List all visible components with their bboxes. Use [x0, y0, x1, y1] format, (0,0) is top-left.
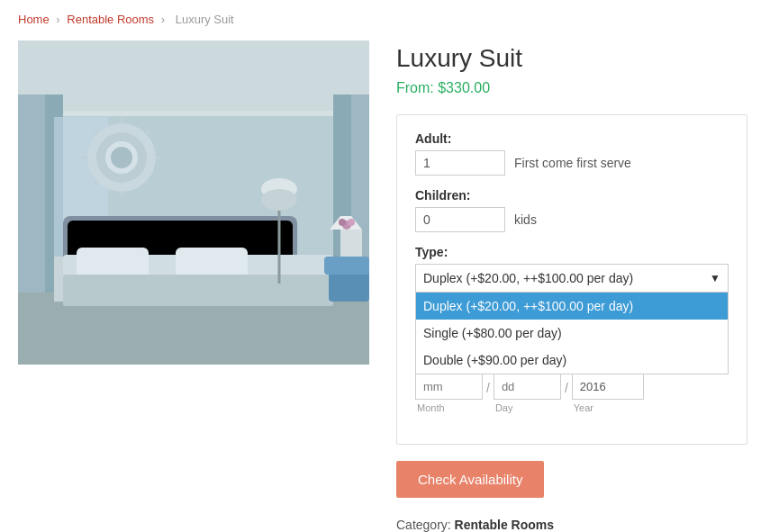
- children-suffix: kids: [514, 212, 537, 227]
- children-label: Children:: [415, 188, 729, 203]
- svg-rect-27: [63, 275, 333, 306]
- month-input[interactable]: [415, 374, 483, 400]
- month-field: Month: [415, 374, 483, 413]
- category-line: Category: Rentable Rooms: [396, 514, 752, 532]
- type-option-duplex[interactable]: Duplex (+$20.00, ++$100.00 per day): [416, 293, 728, 320]
- children-input[interactable]: [415, 207, 505, 232]
- date-inputs: Month / Day / Year: [415, 374, 729, 413]
- month-label: Month: [415, 402, 483, 413]
- category-value: Rentable Rooms: [455, 518, 554, 532]
- room-details: Luxury Suit From: $330.00 Adult: First c…: [396, 41, 752, 532]
- svg-rect-29: [340, 230, 362, 257]
- svg-rect-32: [324, 257, 369, 275]
- type-dropdown-list: Duplex (+$20.00, ++$100.00 per day) Sing…: [415, 293, 729, 374]
- adult-suffix: First come first serve: [514, 156, 631, 170]
- children-row: Children: kids: [415, 188, 729, 232]
- type-selected-label: Duplex (+$20.00, ++$100.00 per day): [423, 271, 633, 285]
- type-option-double[interactable]: Double (+$90.00 per day): [416, 347, 728, 374]
- dropdown-arrow-icon: ▼: [710, 272, 720, 284]
- svg-point-12: [111, 147, 132, 168]
- type-dropdown-wrapper: Duplex (+$20.00, ++$100.00 per day) ▼ Du…: [415, 264, 729, 293]
- category-label: Category:: [396, 518, 451, 532]
- check-availability-button[interactable]: Check Availability: [396, 461, 544, 498]
- room-title: Luxury Suit: [396, 44, 752, 73]
- breadcrumb-rentable-rooms[interactable]: Rentable Rooms: [67, 13, 154, 26]
- adult-input-group: First come first serve: [415, 150, 729, 176]
- type-row: Type: Duplex (+$20.00, ++$100.00 per day…: [415, 245, 729, 293]
- year-input[interactable]: [572, 374, 644, 400]
- svg-rect-1: [18, 41, 369, 113]
- adult-input[interactable]: [415, 150, 505, 176]
- breadcrumb-current: Luxury Suit: [176, 13, 234, 26]
- svg-rect-3: [18, 111, 369, 116]
- svg-point-38: [261, 189, 297, 211]
- date-row: Month / Day / Year: [415, 374, 729, 413]
- day-label: Day: [494, 402, 561, 413]
- breadcrumb: Home › Rentable Rooms › Luxury Suit: [18, 9, 752, 26]
- children-input-group: kids: [415, 207, 729, 232]
- room-image: [18, 41, 369, 367]
- year-label: Year: [572, 402, 644, 413]
- svg-point-34: [348, 219, 355, 226]
- svg-rect-31: [329, 270, 369, 302]
- day-field: Day: [494, 374, 561, 413]
- breadcrumb-home[interactable]: Home: [18, 13, 50, 26]
- room-price: From: $330.00: [396, 80, 752, 96]
- type-label: Type:: [415, 245, 729, 259]
- day-input[interactable]: [494, 374, 561, 400]
- svg-point-35: [339, 219, 346, 226]
- main-content: Luxury Suit From: $330.00 Adult: First c…: [18, 41, 752, 532]
- adult-row: Adult: First come first serve: [415, 131, 729, 176]
- year-field: Year: [572, 374, 644, 413]
- date-sep-1: /: [483, 374, 494, 402]
- meta-info: Category: Rentable Rooms Tag: luxury: [396, 514, 752, 532]
- type-dropdown-trigger[interactable]: Duplex (+$20.00, ++$100.00 per day) ▼: [415, 264, 729, 293]
- date-sep-2: /: [561, 374, 572, 402]
- type-option-single[interactable]: Single (+$80.00 per day): [416, 320, 728, 347]
- adult-label: Adult:: [415, 131, 729, 146]
- booking-form: Adult: First come first serve Children: …: [396, 114, 747, 445]
